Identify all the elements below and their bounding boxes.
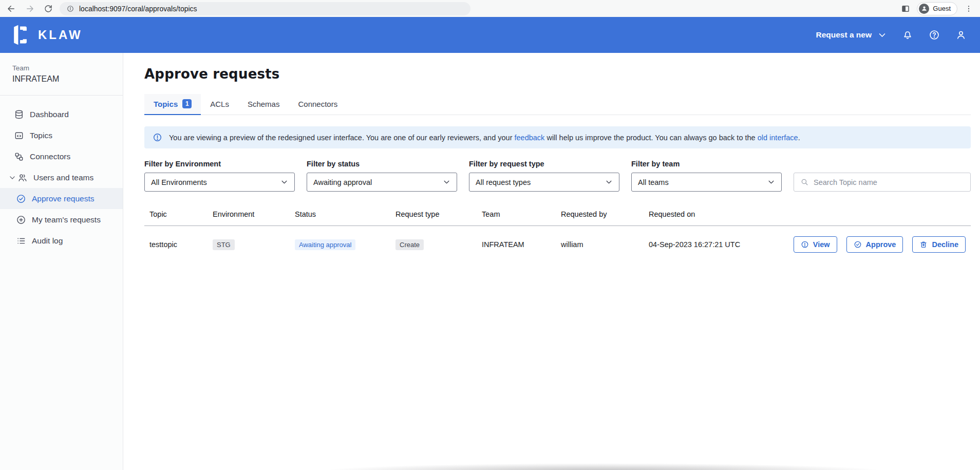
- selected-value: All request types: [476, 178, 531, 186]
- cell-team: INFRATEAM: [477, 226, 556, 264]
- sidebar-item-label: Users and teams: [33, 173, 93, 182]
- tab-connectors[interactable]: Connectors: [289, 94, 347, 115]
- avatar: [919, 4, 929, 14]
- filter-status: Filter by status Awaiting approval: [307, 160, 457, 192]
- tab-topics-count-badge: 1: [182, 99, 192, 108]
- database-icon: [14, 109, 24, 120]
- tab-label: Connectors: [298, 100, 337, 108]
- sidebar-divider: [0, 95, 123, 96]
- site-info-icon[interactable]: [67, 5, 74, 12]
- filter-request-type: Filter by request type All request types: [469, 160, 619, 192]
- address-bar[interactable]: localhost:9097/coral/approvals/topics: [60, 2, 470, 15]
- preview-info-banner: You are viewing a preview of the redesig…: [144, 126, 971, 148]
- team-name: INFRATEAM: [12, 74, 123, 84]
- sidebar: Team INFRATEAM Dashboard Topics Connec: [0, 53, 123, 470]
- view-button[interactable]: View: [794, 236, 837, 253]
- requests-table: Topic Environment Status Request type Te…: [144, 205, 971, 263]
- banner-text-segment: will help us improve the product. You ca…: [544, 134, 757, 142]
- sidebar-item-audit-log[interactable]: Audit log: [0, 230, 123, 251]
- cell-requested-by: william: [556, 226, 644, 264]
- brand-name: KLAW: [38, 28, 83, 42]
- cell-topic: testtopic: [144, 226, 208, 264]
- filter-environment-label: Filter by Environment: [144, 160, 295, 168]
- chevron-down-icon: [605, 178, 613, 186]
- klaw-logo[interactable]: [9, 24, 32, 46]
- notifications-icon[interactable]: [902, 29, 913, 41]
- screen: localhost:9097/coral/approvals/topics Gu…: [0, 0, 980, 470]
- check-circle-icon: [16, 194, 26, 204]
- approve-button[interactable]: Approve: [846, 236, 903, 253]
- sidebar-item-connectors[interactable]: Connectors: [0, 146, 123, 167]
- sidebar-item-label: Approve requests: [32, 194, 95, 203]
- browser-menu-icon[interactable]: [964, 4, 974, 14]
- sidebar-item-approve-requests[interactable]: Approve requests: [0, 188, 123, 209]
- reload-icon[interactable]: [43, 4, 53, 14]
- table-row: testtopic STG Awaiting approval Create I…: [144, 226, 971, 264]
- old-interface-link[interactable]: old interface: [758, 134, 798, 142]
- sidebar-item-my-teams-requests[interactable]: My team's requests: [0, 209, 123, 230]
- tab-schemas[interactable]: Schemas: [238, 94, 289, 115]
- chevron-down-icon: [878, 31, 887, 40]
- team-select[interactable]: All teams: [631, 173, 782, 192]
- filter-bar: Filter by Environment All Environments F…: [144, 160, 971, 192]
- browser-profile-chip[interactable]: Guest: [917, 2, 957, 15]
- info-icon: [801, 240, 809, 249]
- tab-label: Topics: [154, 100, 178, 108]
- col-actions: [777, 205, 971, 226]
- profile-name: Guest: [933, 5, 951, 12]
- status-select[interactable]: Awaiting approval: [307, 173, 457, 192]
- col-requested-on: Requested on: [644, 205, 777, 226]
- sidebar-item-users-and-teams[interactable]: Users and teams: [0, 167, 123, 188]
- trash-icon: [919, 240, 928, 249]
- filter-environment: Filter by Environment All Environments: [144, 160, 295, 192]
- sidebar-item-dashboard[interactable]: Dashboard: [0, 104, 123, 125]
- chevron-down-icon: [280, 178, 288, 186]
- cell-requested-on: 04-Sep-2023 16:27:21 UTC: [644, 226, 777, 264]
- sidebar-item-label: My team's requests: [32, 215, 101, 224]
- banner-text-segment: .: [798, 134, 800, 142]
- selected-value: Awaiting approval: [313, 178, 372, 186]
- sidebar-item-label: Topics: [30, 131, 52, 140]
- forward-icon[interactable]: [25, 4, 35, 14]
- request-a-new-button[interactable]: Request a new: [816, 30, 887, 40]
- info-icon: [153, 133, 162, 142]
- filter-request-type-label: Filter by request type: [469, 160, 619, 168]
- url-text: localhost:9097/coral/approvals/topics: [79, 5, 197, 13]
- side-panel-icon[interactable]: [900, 4, 911, 14]
- tab-label: Schemas: [248, 100, 280, 108]
- tab-bar: Topics 1 ACLs Schemas Connectors: [144, 94, 971, 115]
- team-label: Team: [12, 64, 123, 72]
- browser-toolbar: localhost:9097/coral/approvals/topics Gu…: [0, 0, 980, 17]
- view-button-label: View: [813, 240, 830, 249]
- tab-acls[interactable]: ACLs: [201, 94, 238, 115]
- tab-label: ACLs: [210, 100, 229, 108]
- selected-value: All Environments: [151, 178, 207, 186]
- sidebar-item-label: Connectors: [30, 152, 70, 161]
- feedback-link[interactable]: feedback: [515, 134, 545, 142]
- chevron-down-icon[interactable]: [7, 174, 17, 181]
- banner-text-segment: You are viewing a preview of the redesig…: [169, 134, 515, 142]
- request-type-select[interactable]: All request types: [469, 173, 619, 192]
- col-environment: Environment: [208, 205, 290, 226]
- col-status: Status: [290, 205, 390, 226]
- chevron-down-icon: [443, 178, 450, 186]
- banner-text: You are viewing a preview of the redesig…: [169, 134, 800, 142]
- search-icon: [800, 178, 809, 186]
- table-header-row: Topic Environment Status Request type Te…: [144, 205, 971, 226]
- back-icon[interactable]: [6, 4, 16, 14]
- tab-topics[interactable]: Topics 1: [144, 94, 201, 115]
- col-requested-by: Requested by: [556, 205, 644, 226]
- chevron-down-icon: [767, 178, 775, 186]
- environment-select[interactable]: All Environments: [144, 173, 295, 192]
- search-input[interactable]: [814, 178, 964, 186]
- sidebar-item-topics[interactable]: Topics: [0, 125, 123, 146]
- plus-circle-icon: [16, 215, 26, 225]
- filter-team-label: Filter by team: [631, 160, 782, 168]
- app-header: KLAW Request a new: [0, 17, 980, 53]
- approve-button-label: Approve: [866, 240, 896, 249]
- decline-button[interactable]: Decline: [912, 236, 966, 253]
- profile-icon[interactable]: [955, 29, 967, 41]
- topic-search[interactable]: [794, 173, 971, 192]
- help-icon[interactable]: [929, 29, 940, 41]
- request-a-new-label: Request a new: [816, 30, 872, 40]
